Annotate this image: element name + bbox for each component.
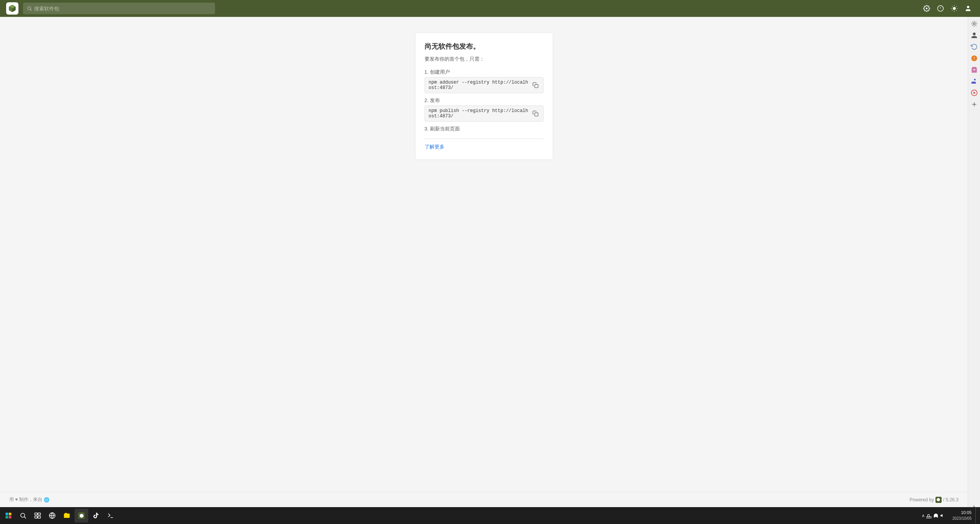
footer-version: / 5.26.3 xyxy=(943,497,959,503)
topbar xyxy=(0,0,980,17)
ext-btn-add[interactable] xyxy=(969,99,980,110)
copy-step1-button[interactable] xyxy=(532,81,539,89)
empty-packages-card: 尚无软件包发布。 要发布你的首个包，只需： 1. 创建用户 npm adduse… xyxy=(415,32,553,160)
step2-label: 2. 发布 xyxy=(425,97,544,104)
browser-extensions-sidebar: ▲ ▼ xyxy=(968,17,980,524)
search-input[interactable] xyxy=(34,6,211,12)
learn-more-link[interactable]: 了解更多 xyxy=(425,144,445,150)
ext-btn-teams[interactable] xyxy=(969,76,980,87)
ext-btn-refresh[interactable] xyxy=(969,41,980,52)
ext-btn-4[interactable] xyxy=(969,53,980,64)
taskbar-verdaccio-btn[interactable] xyxy=(74,509,88,522)
svg-line-13 xyxy=(956,6,957,7)
card-divider xyxy=(425,138,544,139)
empty-title: 尚无软件包发布。 xyxy=(425,42,544,51)
svg-rect-15 xyxy=(535,84,538,88)
svg-rect-16 xyxy=(535,113,538,116)
step1-code-row: npm adduser --registry http://localhost:… xyxy=(425,77,544,93)
topbar-logo[interactable] xyxy=(6,2,18,15)
svg-line-28 xyxy=(24,517,26,518)
info-button[interactable] xyxy=(935,3,946,14)
svg-point-17 xyxy=(973,23,975,25)
footer-globe-icon: 🌐 xyxy=(44,497,50,503)
svg-line-12 xyxy=(952,10,952,11)
taskbar-time: 10:05 xyxy=(952,510,972,516)
step1-command: npm adduser --registry http://localhost:… xyxy=(429,80,529,91)
taskbar-browser-btn[interactable] xyxy=(45,509,59,522)
svg-point-5 xyxy=(953,7,956,10)
svg-line-1 xyxy=(30,10,31,11)
page-footer: 用 ♥ 制作，来自 🌐 Powered by / 5.26.3 xyxy=(0,492,968,507)
copy-step2-button[interactable] xyxy=(532,110,539,117)
theme-toggle-button[interactable] xyxy=(949,3,960,14)
settings-button[interactable] xyxy=(921,3,932,14)
step2-command: npm publish --registry http://localhost:… xyxy=(429,108,529,119)
svg-rect-32 xyxy=(38,516,41,518)
svg-line-8 xyxy=(952,6,952,7)
systray: ∧ xyxy=(919,513,949,518)
taskbar-search-btn[interactable] xyxy=(16,509,30,522)
main-content: 尚无软件包发布。 要发布你的首个包，只需： 1. 创建用户 npm adduse… xyxy=(0,17,968,492)
ext-btn-1[interactable] xyxy=(969,18,980,29)
taskbar-cmd-btn[interactable] xyxy=(104,509,117,522)
start-button[interactable] xyxy=(2,509,15,522)
intro-text: 要发布你的首个包，只需： xyxy=(425,56,544,63)
svg-rect-30 xyxy=(38,513,41,515)
svg-marker-35 xyxy=(940,514,942,517)
topbar-icons xyxy=(921,3,974,14)
ext-btn-user[interactable] xyxy=(969,30,980,41)
taskbar-date: 2023/10/05 xyxy=(952,516,972,521)
svg-point-0 xyxy=(28,7,31,10)
user-menu-button[interactable] xyxy=(962,3,974,14)
taskbar-task-view-btn[interactable] xyxy=(31,509,45,522)
windows-taskbar: ∧ 10:05 2023/10/05 xyxy=(0,507,980,524)
step2-code-row: npm publish --registry http://localhost:… xyxy=(425,105,544,122)
taskbar-explorer-btn[interactable] xyxy=(60,509,74,522)
taskbar-tiktok-btn[interactable] xyxy=(89,509,103,522)
svg-point-14 xyxy=(967,6,969,8)
search-bar[interactable] xyxy=(23,3,215,14)
powered-by-label: Powered by xyxy=(910,497,934,503)
step3-label: 3. 刷新当前页面 xyxy=(425,125,544,132)
svg-rect-31 xyxy=(35,516,38,518)
footer-credit: 用 ♥ 制作，来自 🌐 xyxy=(9,496,50,503)
ext-btn-cart[interactable] xyxy=(969,64,980,75)
taskbar-clock: 10:05 2023/10/05 xyxy=(949,510,975,521)
svg-rect-25 xyxy=(6,516,8,519)
footer-powered-by: Powered by / 5.26.3 xyxy=(910,497,959,503)
svg-rect-23 xyxy=(6,513,8,516)
svg-point-27 xyxy=(21,513,25,517)
svg-line-9 xyxy=(956,10,957,11)
svg-rect-24 xyxy=(9,513,12,516)
verdaccio-footer-logo xyxy=(935,497,942,503)
footer-made-with: 用 ♥ 制作，来自 xyxy=(9,496,42,503)
svg-rect-26 xyxy=(9,516,12,519)
step1-label: 1. 创建用户 xyxy=(425,69,544,76)
svg-rect-29 xyxy=(35,513,38,515)
show-desktop-btn[interactable] xyxy=(975,507,978,524)
ext-btn-close[interactable] xyxy=(969,87,980,98)
systray-expand[interactable]: ∧ xyxy=(922,513,925,518)
